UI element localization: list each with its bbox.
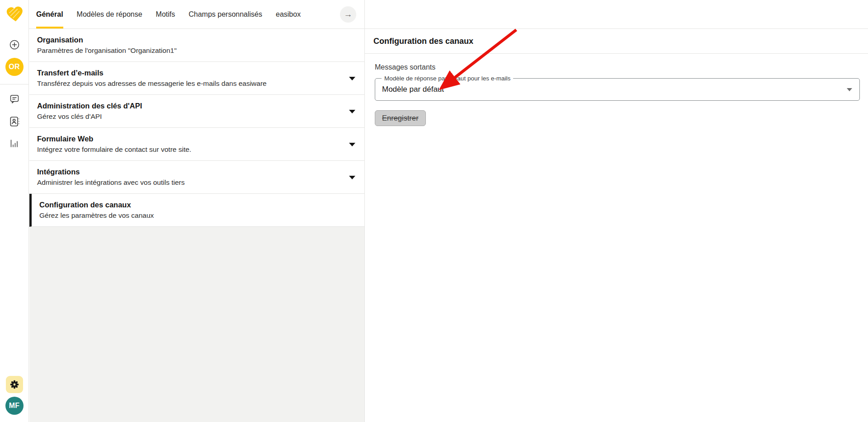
- settings-tabs: Général Modèles de réponse Motifs Champs…: [29, 0, 301, 29]
- list-item-transfert-emails[interactable]: Transfert d’e-mails Transférez depuis vo…: [29, 62, 364, 95]
- list-item-organisation[interactable]: Organisation Paramètres de l'organisatio…: [29, 29, 364, 62]
- settings-list-panel: Organisation Paramètres de l'organisatio…: [29, 29, 364, 422]
- add-button[interactable]: [9, 39, 20, 50]
- select-floating-label: Modèle de réponse par défaut pour les e-…: [382, 75, 513, 82]
- list-item-subtitle: Gérez les paramètres de vos canaux: [39, 210, 343, 220]
- chevron-down-icon: [349, 143, 355, 146]
- tab-champs-personnalises[interactable]: Champs personnalisés: [189, 0, 262, 29]
- tab-modeles-de-reponse[interactable]: Modèles de réponse: [77, 0, 142, 29]
- list-item-configuration-canaux[interactable]: Configuration des canaux Gérez les param…: [29, 194, 364, 227]
- save-button[interactable]: Enregistrer: [375, 110, 426, 126]
- chevron-down-icon: [349, 77, 355, 80]
- list-item-title: Configuration des canaux: [39, 200, 343, 210]
- rail-divider: [0, 84, 28, 84]
- main-content: Messages sortants Modèle de réponse par …: [365, 54, 868, 126]
- settings-topbar: Général Modèles de réponse Motifs Champs…: [29, 0, 364, 29]
- tab-label: Général: [36, 10, 63, 19]
- list-item-subtitle: Administrer les intégrations avec vos ou…: [37, 177, 343, 188]
- easiware-logo-icon: [5, 5, 24, 23]
- icon-rail: OR: [0, 0, 29, 422]
- tab-label: easibox: [276, 10, 301, 19]
- tab-motifs[interactable]: Motifs: [156, 0, 175, 29]
- page-title: Configuration des canaux: [373, 37, 473, 46]
- statistics-icon: [9, 138, 20, 149]
- tab-label: Modèles de réponse: [77, 10, 142, 19]
- default-template-select[interactable]: Modèle de réponse par défaut pour les e-…: [375, 78, 860, 101]
- conversations-icon: [9, 94, 20, 104]
- list-item-title: Intégrations: [37, 167, 343, 177]
- select-value: Modèle par défaut: [375, 85, 444, 94]
- list-item-title: Administration des clés d'API: [37, 101, 343, 111]
- chevron-down-icon: [349, 176, 355, 179]
- gear-tile: [6, 376, 23, 393]
- list-item-subtitle: Paramètres de l'organisation "Organizati…: [37, 45, 343, 56]
- contacts-nav-button[interactable]: [9, 116, 20, 127]
- conversations-nav-button[interactable]: [9, 94, 20, 104]
- list-item-administration-cles-api[interactable]: Administration des clés d'API Gérez vos …: [29, 95, 364, 128]
- section-label-messages-sortants: Messages sortants: [375, 62, 868, 72]
- caret-down-icon: [847, 88, 852, 91]
- collapse-panel-button[interactable]: →: [340, 6, 356, 23]
- list-item-title: Transfert d’e-mails: [37, 68, 343, 78]
- main-header: Configuration des canaux: [365, 29, 868, 54]
- tab-easibox[interactable]: easibox: [276, 0, 301, 29]
- settings-gear-icon: [9, 380, 19, 389]
- main-panel: Configuration des canaux Messages sortan…: [364, 0, 868, 422]
- tab-label: Champs personnalisés: [189, 10, 262, 19]
- list-item-subtitle: Intégrez votre formulaire de contact sur…: [37, 144, 343, 155]
- list-item-title: Organisation: [37, 35, 343, 45]
- organization-avatar[interactable]: OR: [5, 58, 24, 76]
- add-icon: [9, 39, 20, 50]
- tab-label: Motifs: [156, 10, 175, 19]
- arrow-right-icon: →: [344, 9, 353, 19]
- list-item-subtitle: Gérez vos clés d'API: [37, 111, 343, 122]
- list-item-integrations[interactable]: Intégrations Administrer les intégration…: [29, 161, 364, 194]
- topbar-bottom-border: [0, 28, 868, 29]
- chevron-down-icon: [349, 110, 355, 113]
- list-item-subtitle: Transférez depuis vos adresses de messag…: [37, 78, 343, 89]
- avatar: MF: [5, 397, 24, 415]
- list-item-title: Formulaire Web: [37, 134, 343, 144]
- contacts-icon: [9, 116, 20, 127]
- settings-button[interactable]: [6, 376, 23, 393]
- tab-general[interactable]: Général: [36, 0, 63, 29]
- user-avatar[interactable]: MF: [5, 397, 24, 415]
- list-item-formulaire-web[interactable]: Formulaire Web Intégrez votre formulaire…: [29, 128, 364, 161]
- statistics-nav-button[interactable]: [9, 138, 20, 149]
- avatar: OR: [5, 58, 24, 76]
